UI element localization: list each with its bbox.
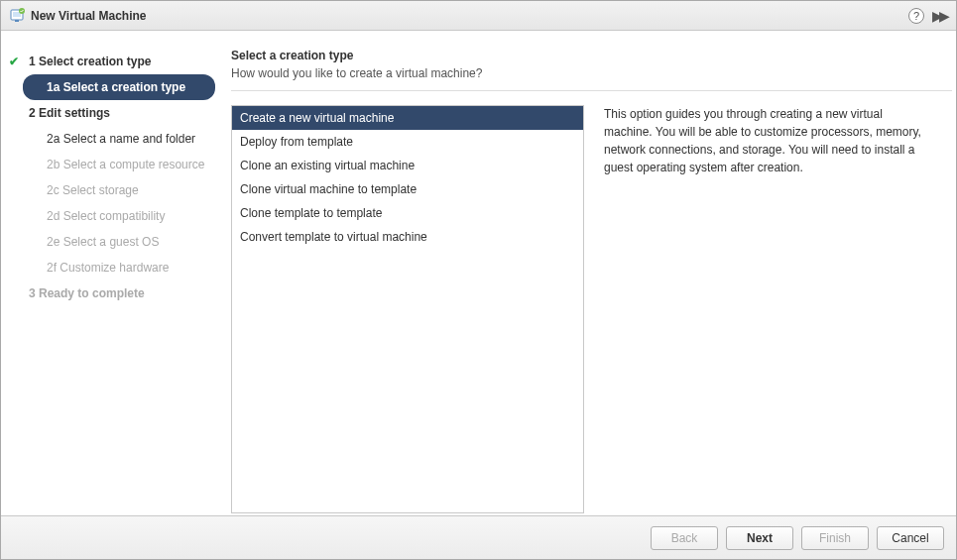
option-description: This option guides you through creating … — [600, 105, 952, 515]
page-subtitle: How would you like to create a virtual m… — [231, 66, 952, 80]
option-label: Deploy from template — [240, 135, 353, 149]
option-deploy-template[interactable]: Deploy from template — [232, 130, 583, 154]
step-2b: 2b Select a compute resource — [1, 152, 221, 177]
option-convert-template[interactable]: Convert template to virtual machine — [232, 225, 583, 249]
step-label: 2f Customize hardware — [47, 261, 169, 275]
content-header: Select a creation type How would you lik… — [231, 49, 952, 80]
step-label: 2 Edit settings — [29, 106, 110, 120]
titlebar: New Virtual Machine ? ▶▶ — [1, 1, 956, 31]
wizard-dialog: New Virtual Machine ? ▶▶ ✔ 1 Select crea… — [0, 0, 957, 560]
option-create-new[interactable]: Create a new virtual machine — [232, 106, 583, 130]
step-2[interactable]: 2 Edit settings — [1, 100, 221, 126]
step-label: 3 Ready to complete — [29, 286, 145, 300]
checkmark-icon: ✔ — [9, 55, 19, 68]
svg-rect-2 — [15, 20, 19, 22]
content-body: Create a new virtual machine Deploy from… — [231, 105, 952, 515]
vm-icon — [9, 8, 25, 24]
wizard-content: Select a creation type How would you lik… — [221, 31, 956, 515]
next-button[interactable]: Next — [726, 526, 793, 550]
option-clone-existing[interactable]: Clone an existing virtual machine — [232, 154, 583, 177]
option-label: Clone virtual machine to template — [240, 182, 417, 196]
step-2c: 2c Select storage — [1, 177, 221, 203]
step-label: 2d Select compatibility — [47, 209, 165, 223]
step-label: 1 Select creation type — [29, 55, 151, 68]
option-clone-to-template[interactable]: Clone virtual machine to template — [232, 177, 583, 201]
step-1[interactable]: ✔ 1 Select creation type — [1, 49, 221, 74]
step-label: 1a Select a creation type — [47, 80, 185, 94]
step-2a[interactable]: 2a Select a name and folder — [1, 126, 221, 152]
step-2f: 2f Customize hardware — [1, 255, 221, 280]
step-2e: 2e Select a guest OS — [1, 229, 221, 255]
window-title: New Virtual Machine — [31, 9, 146, 23]
footer: Back Next Finish Cancel — [1, 515, 956, 559]
wizard-sidebar: ✔ 1 Select creation type 1a Select a cre… — [1, 31, 221, 515]
step-2d: 2d Select compatibility — [1, 203, 221, 229]
help-icon[interactable]: ? — [908, 8, 924, 24]
option-label: Convert template to virtual machine — [240, 230, 427, 244]
option-label: Clone template to template — [240, 206, 382, 220]
divider — [231, 90, 952, 91]
option-label: Clone an existing virtual machine — [240, 159, 415, 172]
step-label: 2c Select storage — [47, 183, 139, 197]
step-label: 2b Select a compute resource — [47, 158, 204, 171]
option-label: Create a new virtual machine — [240, 111, 394, 125]
creation-type-list[interactable]: Create a new virtual machine Deploy from… — [231, 105, 584, 513]
page-title: Select a creation type — [231, 49, 952, 62]
step-1a[interactable]: 1a Select a creation type — [23, 74, 215, 100]
dialog-body: ✔ 1 Select creation type 1a Select a cre… — [1, 31, 956, 515]
step-label: 2e Select a guest OS — [47, 235, 159, 249]
finish-button: Finish — [801, 526, 869, 550]
step-3: 3 Ready to complete — [1, 280, 221, 306]
option-clone-template-to-template[interactable]: Clone template to template — [232, 201, 583, 225]
cancel-button[interactable]: Cancel — [877, 526, 944, 550]
back-button: Back — [651, 526, 718, 550]
step-label: 2a Select a name and folder — [47, 132, 195, 146]
expand-icon[interactable]: ▶▶ — [932, 8, 946, 24]
